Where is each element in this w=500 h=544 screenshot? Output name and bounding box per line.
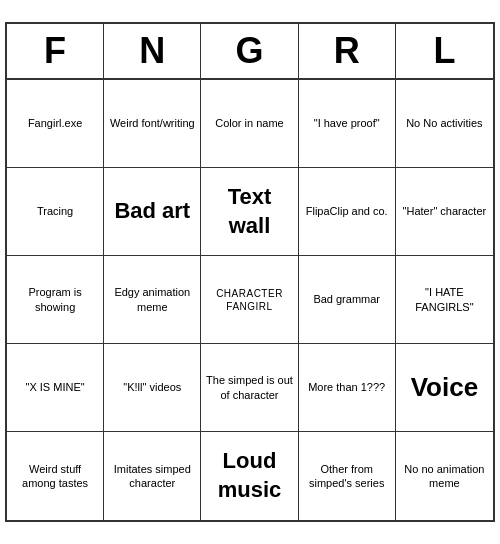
cell-text-5: Tracing: [37, 204, 73, 218]
bingo-cell-0: Fangirl.exe: [7, 80, 104, 168]
bingo-header: FNGRL: [7, 24, 493, 80]
bingo-card: FNGRL Fangirl.exeWeird font/writingColor…: [5, 22, 495, 522]
cell-text-3: "I have proof": [314, 116, 380, 130]
cell-text-19: Voice: [411, 371, 478, 405]
bingo-cell-11: Edgy animation meme: [104, 256, 201, 344]
cell-text-14: "I HATE FANGIRLS": [400, 285, 489, 314]
cell-text-18: More than 1???: [308, 380, 385, 394]
cell-text-17: The simped is out of character: [205, 373, 293, 402]
cell-text-12: CHARACTER FANGIRL: [205, 287, 293, 313]
header-letter-n: N: [104, 24, 201, 78]
cell-text-15: "X IS MINE": [26, 380, 85, 394]
bingo-cell-13: Bad grammar: [299, 256, 396, 344]
bingo-cell-23: Other from simped's series: [299, 432, 396, 520]
bingo-cell-15: "X IS MINE": [7, 344, 104, 432]
cell-text-24: No no animation meme: [400, 462, 489, 491]
bingo-grid: Fangirl.exeWeird font/writingColor in na…: [7, 80, 493, 520]
cell-text-20: Weird stuff among tastes: [11, 462, 99, 491]
cell-text-6: Bad art: [114, 197, 190, 226]
bingo-cell-16: "K!ll" videos: [104, 344, 201, 432]
bingo-cell-20: Weird stuff among tastes: [7, 432, 104, 520]
cell-text-13: Bad grammar: [313, 292, 380, 306]
cell-text-8: FlipaClip and co.: [306, 204, 388, 218]
header-letter-l: L: [396, 24, 493, 78]
bingo-cell-1: Weird font/writing: [104, 80, 201, 168]
cell-text-1: Weird font/writing: [110, 116, 195, 130]
bingo-cell-21: Imitates simped character: [104, 432, 201, 520]
cell-text-7: Text wall: [205, 183, 293, 240]
bingo-cell-5: Tracing: [7, 168, 104, 256]
cell-text-0: Fangirl.exe: [28, 116, 82, 130]
bingo-cell-12: CHARACTER FANGIRL: [201, 256, 298, 344]
cell-text-23: Other from simped's series: [303, 462, 391, 491]
cell-text-16: "K!ll" videos: [123, 380, 181, 394]
bingo-cell-17: The simped is out of character: [201, 344, 298, 432]
cell-text-9: "Hater" character: [403, 204, 487, 218]
cell-text-4: No No activities: [406, 116, 482, 130]
bingo-cell-6: Bad art: [104, 168, 201, 256]
header-letter-g: G: [201, 24, 298, 78]
bingo-cell-9: "Hater" character: [396, 168, 493, 256]
bingo-cell-4: No No activities: [396, 80, 493, 168]
bingo-cell-22: Loud music: [201, 432, 298, 520]
cell-text-22: Loud music: [205, 447, 293, 504]
cell-text-11: Edgy animation meme: [108, 285, 196, 314]
bingo-cell-14: "I HATE FANGIRLS": [396, 256, 493, 344]
bingo-cell-18: More than 1???: [299, 344, 396, 432]
bingo-cell-2: Color in name: [201, 80, 298, 168]
bingo-cell-7: Text wall: [201, 168, 298, 256]
cell-text-2: Color in name: [215, 116, 283, 130]
header-letter-f: F: [7, 24, 104, 78]
bingo-cell-3: "I have proof": [299, 80, 396, 168]
bingo-cell-10: Program is showing: [7, 256, 104, 344]
cell-text-10: Program is showing: [11, 285, 99, 314]
bingo-cell-19: Voice: [396, 344, 493, 432]
bingo-cell-8: FlipaClip and co.: [299, 168, 396, 256]
cell-text-21: Imitates simped character: [108, 462, 196, 491]
header-letter-r: R: [299, 24, 396, 78]
bingo-cell-24: No no animation meme: [396, 432, 493, 520]
